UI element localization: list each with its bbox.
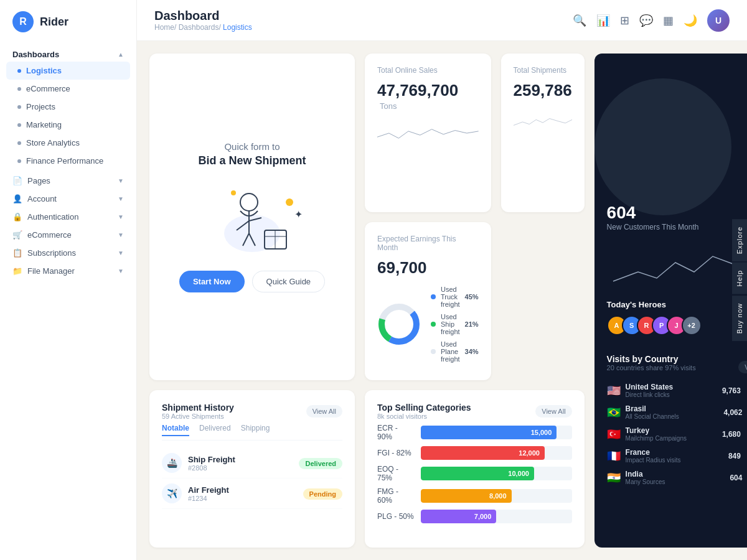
new-customers-label: New Customers This Month (607, 223, 747, 231)
tab-delivered[interactable]: Delivered (199, 424, 231, 436)
dashboards-label: Dashboards (12, 50, 59, 59)
legend-label: Used Ship freight (441, 313, 460, 335)
legend-truck: Used Truck freight 45% (431, 286, 479, 308)
shipment-title: Shipment History (162, 403, 234, 413)
country-info-us: United States Direct link clicks (626, 383, 717, 398)
sidebar-item-logistics[interactable]: Logistics (6, 62, 130, 80)
shipment-subtitle: 59 Active Shipments (162, 413, 234, 420)
bar-row-ecr: ECR - 90% 15,000 (377, 424, 572, 441)
sidebar-item-pages[interactable]: 📄 Pages ▼ (0, 170, 136, 188)
sidebar-item-file-manager[interactable]: 📁 File Manager ▼ (0, 260, 136, 278)
flag-tr: 🇹🇷 (607, 427, 621, 441)
sidebar-group-label: Subscriptions (27, 248, 76, 258)
top-selling-title-block: Top Selling Categories 8k social visitor… (377, 403, 471, 420)
bar-chart: ECR - 90% 15,000 FGI - 82% 12,000 (377, 424, 572, 523)
sidebar-item-ecommerce-group[interactable]: 🛒 eCommerce ▼ (0, 224, 136, 242)
account-icon: 👤 (12, 194, 22, 203)
visits-view-all-button[interactable]: View All (738, 361, 747, 373)
top-selling-view-all-button[interactable]: View All (535, 405, 571, 418)
sidebar-item-projects[interactable]: Projects (0, 98, 136, 116)
explore-tab[interactable]: Explore (732, 219, 747, 261)
dashboards-section[interactable]: Dashboards ▲ (0, 44, 136, 62)
sales-chart (377, 118, 479, 149)
sidebar-item-label: eCommerce (26, 84, 70, 93)
country-info-fr: France Impact Radius visits (626, 448, 723, 464)
shipment-title-block: Shipment History 59 Active Shipments (162, 403, 234, 420)
dot-icon (17, 123, 21, 127)
buy-now-tab[interactable]: Buy now (732, 296, 747, 341)
logo[interactable]: R Rider (0, 0, 136, 44)
hero-buttons: Start Now Quick Guide (179, 271, 325, 292)
sidebar-item-marketing[interactable]: Marketing (0, 116, 136, 134)
country-name: Brasil (626, 404, 719, 413)
visits-list: 🇺🇸 United States Direct link clicks 9,76… (607, 383, 747, 492)
sidebar-item-label: Logistics (26, 66, 62, 75)
auth-icon: 🔒 (12, 212, 22, 222)
bar-row-plg: PLG - 50% 7,000 (377, 510, 572, 523)
tab-notable[interactable]: Notable (162, 424, 189, 436)
breadcrumb-home[interactable]: Home/ (154, 23, 176, 32)
country-name: Turkey (626, 426, 717, 435)
top-selling-card: Top Selling Categories 8k social visitor… (365, 390, 585, 548)
bar-label: FMG - 60% (377, 487, 415, 505)
hero-illustration: ✦ (202, 184, 302, 258)
breadcrumb: Home/ Dashboards/ Logistics (154, 23, 252, 32)
sidebar-item-ecommerce[interactable]: eCommerce (0, 80, 136, 98)
total-sales-card: Total Online Sales 47,769,700 Tons (365, 54, 491, 212)
logo-icon: R (12, 11, 34, 32)
donut-section: Used Truck freight 45% Used Ship freight… (377, 284, 479, 365)
chevron-down-icon: ▼ (118, 213, 124, 220)
sidebar-item-store-analytics[interactable]: Store Analytics (0, 134, 136, 152)
sidebar: R Rider Dashboards ▲ Logistics eCommerce… (0, 0, 137, 560)
svg-point-6 (231, 190, 236, 195)
bar-value: 10,000 (508, 470, 529, 477)
blob-decoration (594, 78, 731, 215)
grid-icon[interactable]: ⊞ (620, 14, 629, 27)
country-row-us: 🇺🇸 United States Direct link clicks 9,76… (607, 383, 747, 398)
help-tab[interactable]: Help (732, 263, 747, 294)
plane-dot (431, 349, 436, 354)
user-avatar[interactable]: U (707, 9, 730, 32)
stat-number: 259,786 (514, 81, 572, 100)
header-right: 🔍 📊 ⊞ 💬 ▦ 🌙 U (573, 9, 730, 32)
quick-guide-button[interactable]: Quick Guide (252, 271, 326, 292)
page-title: Dashboard (154, 9, 252, 23)
dot-icon (17, 159, 21, 163)
stat-number: 47,769,700 Tons (377, 81, 479, 111)
shipment-view-all-button[interactable]: View All (306, 405, 342, 418)
bar-row-fmg: FMG - 60% 8,000 (377, 487, 572, 505)
legend-plane: Used Plane freight 34% (431, 340, 479, 363)
moon-icon[interactable]: 🌙 (684, 14, 697, 27)
flag-us: 🇺🇸 (607, 384, 621, 398)
sidebar-item-finance-performance[interactable]: Finance Performance (0, 152, 136, 170)
chevron-down-icon: ▼ (118, 268, 124, 274)
breadcrumb-dashboards[interactable]: Dashboards/ (179, 23, 221, 32)
search-icon[interactable]: 🔍 (573, 14, 586, 27)
country-visits: 849 (728, 452, 741, 460)
chat-icon[interactable]: 💬 (639, 14, 653, 27)
dot-icon (17, 105, 21, 109)
start-now-button[interactable]: Start Now (179, 271, 245, 292)
stat-label: Total Online Sales (377, 66, 479, 75)
shipment-id: #1234 (188, 495, 229, 502)
bar-label: EOQ - 75% (377, 465, 415, 482)
bar-row-eoq: EOQ - 75% 10,000 (377, 465, 572, 482)
sidebar-group-label: Account (27, 194, 57, 203)
main-area: Dashboard Home/ Dashboards/ Logistics 🔍 … (137, 0, 747, 560)
shipments-chart (514, 106, 572, 138)
bar-track: 10,000 (421, 467, 572, 480)
ship-icon: 🚢 (162, 453, 182, 473)
top-selling-title: Top Selling Categories (377, 403, 471, 413)
sidebar-item-authentication[interactable]: 🔒 Authentication ▼ (0, 206, 136, 224)
apps-icon[interactable]: ▦ (663, 14, 674, 27)
expected-earnings-card: Expected Earnings This Month 69,700 Used… (365, 222, 491, 381)
sidebar-item-account[interactable]: 👤 Account ▼ (0, 188, 136, 206)
file-manager-icon: 📁 (12, 266, 22, 276)
legend-pct: 21% (465, 320, 479, 328)
bar-track: 15,000 (421, 426, 572, 439)
sidebar-item-subscriptions[interactable]: 📋 Subscriptions ▼ (0, 242, 136, 260)
tab-shipping[interactable]: Shipping (241, 424, 270, 436)
pages-icon: 📄 (12, 176, 22, 185)
sidebar-item-label: Store Analytics (26, 138, 80, 147)
chart-icon[interactable]: 📊 (596, 14, 610, 27)
